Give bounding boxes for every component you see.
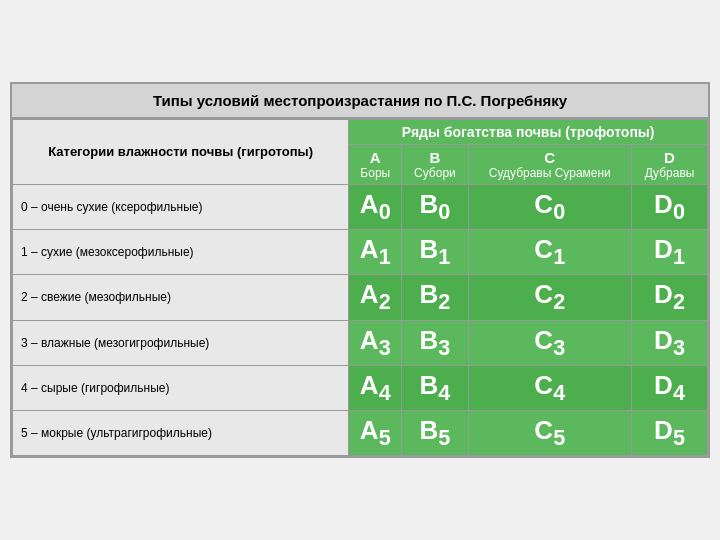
cell-C3: C3 [468, 320, 632, 365]
cell-B1: B1 [402, 230, 468, 275]
moisture-label: Категории влажности почвы (гигротопы) [48, 144, 313, 159]
table-row: 5 – мокрые (ультрагигрофильные) A5 B5 C5… [13, 410, 708, 455]
cell-C4: C4 [468, 365, 632, 410]
col-header-C: C Судубравы Сурамени [468, 144, 632, 184]
table-row: 0 – очень сухие (ксерофильные) A0 B0 C0 … [13, 184, 708, 229]
cell-D3: D3 [632, 320, 708, 365]
richness-header: Ряды богатства почвы (трофотопы) [349, 119, 708, 144]
cell-D4: D4 [632, 365, 708, 410]
cell-A0: A0 [349, 184, 402, 229]
cell-C5: C5 [468, 410, 632, 455]
row-5-label: 5 – мокрые (ультрагигрофильные) [13, 410, 349, 455]
cell-A5: A5 [349, 410, 402, 455]
cell-D5: D5 [632, 410, 708, 455]
table-row: 4 – сырые (гигрофильные) A4 B4 C4 D4 [13, 365, 708, 410]
table-row: 3 – влажные (мезогигрофильные) A3 B3 C3 … [13, 320, 708, 365]
cell-C0: C0 [468, 184, 632, 229]
row-2-label: 2 – свежие (мезофильные) [13, 275, 349, 320]
table-row: 1 – сухие (мезоксерофильные) A1 B1 C1 D1 [13, 230, 708, 275]
cell-A3: A3 [349, 320, 402, 365]
row-1-label: 1 – сухие (мезоксерофильные) [13, 230, 349, 275]
cell-D0: D0 [632, 184, 708, 229]
row-0-label: 0 – очень сухие (ксерофильные) [13, 184, 349, 229]
page-title: Типы условий местопроизрастания по П.С. … [12, 84, 708, 119]
cell-B5: B5 [402, 410, 468, 455]
cell-B4: B4 [402, 365, 468, 410]
main-container: Типы условий местопроизрастания по П.С. … [10, 82, 710, 458]
cell-C1: C1 [468, 230, 632, 275]
cell-C2: C2 [468, 275, 632, 320]
cell-D2: D2 [632, 275, 708, 320]
cell-A4: A4 [349, 365, 402, 410]
cell-B2: B2 [402, 275, 468, 320]
cell-A2: A2 [349, 275, 402, 320]
row-4-label: 4 – сырые (гигрофильные) [13, 365, 349, 410]
moisture-header-cell: Категории влажности почвы (гигротопы) [13, 119, 349, 184]
col-header-D: D Дубравы [632, 144, 708, 184]
cell-A1: A1 [349, 230, 402, 275]
cell-B0: B0 [402, 184, 468, 229]
table-row: 2 – свежие (мезофильные) A2 B2 C2 D2 [13, 275, 708, 320]
cell-B3: B3 [402, 320, 468, 365]
col-header-A: A Боры [349, 144, 402, 184]
col-header-B: B Субори [402, 144, 468, 184]
row-3-label: 3 – влажные (мезогигрофильные) [13, 320, 349, 365]
cell-D1: D1 [632, 230, 708, 275]
